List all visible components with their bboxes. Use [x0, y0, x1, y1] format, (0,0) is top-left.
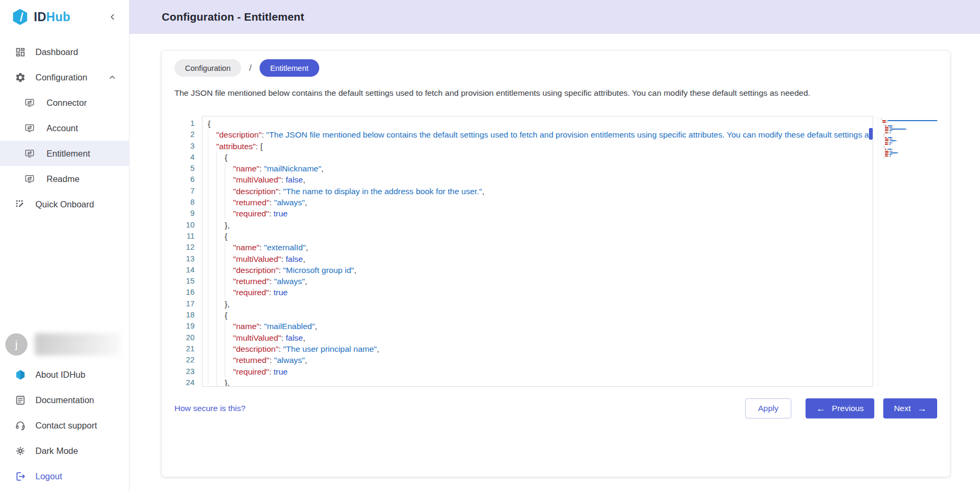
sidebar-item-quick-onboard[interactable]: Quick Onboard — [0, 192, 129, 217]
line-number: 7 — [174, 186, 195, 197]
code-line[interactable]: "name": "mailNickname", — [208, 163, 870, 174]
buttons-group: Apply ← Previous Next → — [745, 398, 937, 418]
logo-text: IDHub — [34, 10, 70, 24]
code-line[interactable]: "name": "externalId", — [208, 242, 870, 253]
line-number: 20 — [174, 332, 195, 343]
readme-screen-icon — [24, 174, 35, 184]
code-line[interactable]: "multiValued": false, — [208, 253, 870, 265]
code-line[interactable]: { — [208, 309, 870, 321]
minimap-line — [881, 149, 937, 150]
sidebar-item-label: Dashboard — [35, 47, 78, 57]
minimap-line — [881, 135, 937, 136]
code-line[interactable]: "required": true — [208, 287, 870, 298]
breadcrumb-chip-configuration[interactable]: Configuration — [174, 59, 241, 77]
minimap-line — [881, 124, 937, 125]
line-number: 19 — [174, 321, 195, 332]
code-line[interactable]: "required": true — [208, 208, 870, 219]
editor-minimap[interactable] — [878, 116, 937, 387]
sidebar-collapse-button[interactable] — [107, 11, 118, 23]
sidebar-item-logout[interactable]: Logout — [0, 463, 129, 489]
indent-guide — [208, 366, 233, 377]
sidebar-item-about-idhub[interactable]: About IDHub — [0, 362, 129, 387]
code-line[interactable]: "multiValued": false, — [208, 332, 870, 343]
code-line[interactable]: "returned": "always", — [208, 354, 870, 366]
idhub-hexagon-icon — [15, 369, 26, 380]
indent-guide — [208, 220, 225, 231]
minimap-line — [881, 137, 937, 138]
sidebar-item-configuration[interactable]: Configuration — [0, 65, 129, 90]
code-line[interactable]: { — [208, 152, 870, 163]
content-area: Configuration / Entitlement The JSON fil… — [130, 34, 980, 492]
sidebar-item-documentation[interactable]: Documentation — [0, 387, 129, 413]
arrow-right-icon: → — [917, 404, 927, 413]
minimap-line — [881, 154, 937, 155]
line-number: 2 — [174, 129, 195, 140]
sidebar-item-contact-support[interactable]: Contact support — [0, 413, 129, 438]
code-line[interactable]: "attributes": [ — [208, 141, 870, 152]
code-line[interactable]: }, — [208, 377, 870, 387]
code-line[interactable]: "multiValued": false, — [208, 174, 870, 185]
code-line[interactable]: "description": "The name to display in t… — [208, 186, 870, 197]
sidebar-item-label: Readme — [47, 174, 79, 184]
previous-button-label: Previous — [832, 404, 864, 413]
sidebar-nav: Dashboard Configuration Connector Accoun… — [0, 34, 129, 217]
editor-code-area[interactable]: {"description": "The JSON file mentioned… — [202, 116, 873, 387]
code-line[interactable]: }, — [208, 298, 870, 309]
scrollbar-marker[interactable] — [869, 128, 873, 140]
sidebar-item-label: Quick Onboard — [35, 199, 94, 209]
indent-guide — [208, 343, 233, 354]
sidebar-item-dashboard[interactable]: Dashboard — [0, 39, 129, 65]
code-line[interactable]: { — [208, 118, 870, 129]
code-line[interactable]: "returned": "always", — [208, 276, 870, 287]
code-line[interactable]: "name": "mailEnabled", — [208, 321, 870, 332]
indent-guide — [208, 152, 225, 163]
sidebar-item-dark-mode[interactable]: Dark Mode — [0, 438, 129, 463]
arrow-left-icon: ← — [816, 404, 826, 413]
line-number: 6 — [174, 174, 195, 185]
breadcrumb: Configuration / Entitlement — [174, 59, 937, 77]
minimap-line — [881, 129, 937, 130]
sidebar-item-connector[interactable]: Connector — [0, 90, 129, 115]
avatar[interactable]: j — [5, 333, 27, 356]
apply-button[interactable]: Apply — [745, 398, 791, 418]
breadcrumb-separator: / — [249, 63, 252, 74]
minimap-line — [881, 125, 937, 126]
minimap-line — [881, 142, 937, 143]
indent-guide — [208, 242, 233, 253]
code-line[interactable]: }, — [208, 220, 870, 231]
code-line[interactable]: "description": "The user principal name"… — [208, 343, 870, 354]
sidebar-spacer — [0, 217, 129, 327]
user-row[interactable]: j — [0, 327, 129, 362]
minimap-line — [881, 127, 937, 128]
avatar-initial: j — [15, 339, 17, 351]
code-line[interactable]: "returned": "always", — [208, 197, 870, 208]
how-secure-link[interactable]: How secure is this? — [174, 404, 245, 413]
minimap-line — [881, 132, 937, 133]
gear-icon — [15, 72, 26, 83]
code-line[interactable]: "description": "The JSON file mentioned … — [208, 129, 870, 140]
code-line[interactable]: { — [208, 231, 870, 242]
line-number: 22 — [174, 354, 195, 366]
next-button[interactable]: Next → — [883, 398, 937, 418]
sidebar-item-entitlement[interactable]: Entitlement — [0, 141, 129, 166]
code-line[interactable]: "description": "Microsoft group id", — [208, 265, 870, 276]
sidebar-item-account[interactable]: Account — [0, 115, 129, 141]
indent-guide — [208, 265, 233, 276]
dark-mode-icon — [15, 445, 26, 457]
line-number: 18 — [174, 309, 195, 321]
user-name-redacted — [35, 333, 121, 356]
actions-bar: How secure is this? Apply ← Previous Nex… — [174, 398, 937, 418]
line-number: 5 — [174, 163, 195, 174]
indent-guide — [208, 321, 233, 332]
breadcrumb-chip-entitlement[interactable]: Entitlement — [260, 59, 319, 77]
sidebar-item-label: Logout — [35, 471, 62, 481]
indent-guide — [208, 276, 233, 287]
indent-guide — [208, 197, 233, 208]
line-number: 15 — [174, 276, 195, 287]
json-editor[interactable]: 123456789101112131415161718192021222324 … — [174, 116, 937, 387]
sidebar-item-readme[interactable]: Readme — [0, 166, 129, 192]
previous-button[interactable]: ← Previous — [806, 398, 874, 418]
logo-row: IDHub — [0, 0, 129, 34]
code-line[interactable]: "required": true — [208, 366, 870, 377]
line-number: 1 — [174, 118, 195, 129]
